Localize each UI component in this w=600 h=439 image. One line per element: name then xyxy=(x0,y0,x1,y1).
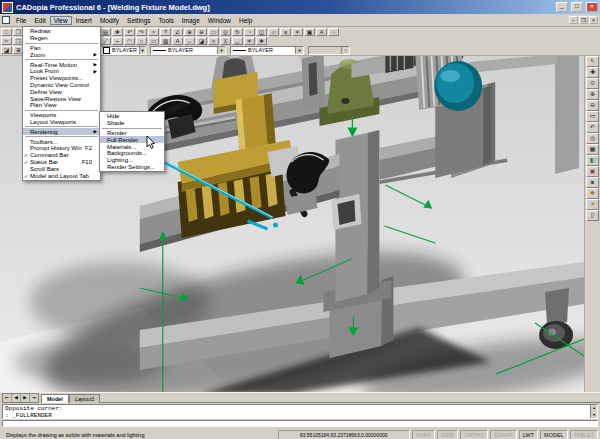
menu-settings[interactable]: Settings xyxy=(123,16,155,25)
match-properties-icon[interactable]: ◪ xyxy=(1,46,12,54)
cut-icon[interactable]: ✂ xyxy=(1,37,12,45)
pan-item[interactable]: Pan xyxy=(23,45,100,52)
polyline-icon[interactable]: ⌐ xyxy=(112,37,123,45)
camera-icon[interactable]: ◫ xyxy=(256,28,267,36)
doc-minimize-button[interactable]: – xyxy=(569,16,578,24)
pan-realtime-icon[interactable]: ✚ xyxy=(586,67,599,78)
offset-icon[interactable]: ≍ xyxy=(208,37,219,45)
mirror-icon[interactable]: ◪ xyxy=(196,37,207,45)
zoom-item[interactable]: Zoom ▶ xyxy=(23,51,100,58)
toolbars-item[interactable]: Toolbars... xyxy=(23,138,100,145)
grid-toggle[interactable]: GRID xyxy=(437,430,459,439)
snap-angle-icon[interactable]: ∠ xyxy=(172,28,183,36)
text-icon[interactable]: A xyxy=(172,37,183,45)
scroll-bars-item[interactable]: Scroll Bars xyxy=(23,165,100,172)
menu-help[interactable]: Help xyxy=(235,16,256,25)
region-icon[interactable]: ▱ xyxy=(268,28,279,36)
new-drawing-icon[interactable]: □ xyxy=(1,28,12,36)
snap-toggle[interactable]: SNAP xyxy=(412,430,435,439)
zoom-window-icon[interactable]: ▭ xyxy=(586,111,599,122)
shade-item[interactable]: Shade xyxy=(100,120,164,127)
full-render-icon[interactable]: ■ xyxy=(586,177,599,188)
menu-file[interactable]: File xyxy=(12,16,30,25)
print-icon[interactable]: ▤ xyxy=(100,28,111,36)
zoom-window-icon[interactable]: ▭ xyxy=(208,28,219,36)
regen-item[interactable]: Regen xyxy=(23,35,100,42)
prev-tab-button[interactable]: ◀ xyxy=(12,394,21,402)
new-sheet-icon[interactable]: ▯ xyxy=(586,210,599,221)
layout-viewports-item[interactable]: Layout Viewports xyxy=(23,119,100,126)
trim-icon[interactable]: ╳ xyxy=(220,37,231,45)
plan-view-item[interactable]: Plan View xyxy=(23,102,100,109)
lighting-icon[interactable]: ☀ xyxy=(586,199,599,210)
fillet-icon[interactable]: ◡ xyxy=(232,37,243,45)
lineweight-combo[interactable]: BYLAYER ▼ xyxy=(230,46,304,55)
zoom-in-icon[interactable]: ⊕ xyxy=(184,28,195,36)
prompt-history-window-item[interactable]: Prompt History Window F2 xyxy=(23,145,100,152)
look-from-item[interactable]: Look From ▶ xyxy=(23,68,100,75)
save-restore-view-item[interactable]: Save/Restore View xyxy=(23,95,100,102)
scroll-down-icon[interactable]: ▼ xyxy=(591,412,597,419)
hide-icon[interactable]: ▦ xyxy=(586,144,599,155)
chevron-down-icon[interactable]: ▼ xyxy=(217,47,225,54)
undo-icon[interactable]: ↶ xyxy=(124,28,135,36)
preset-viewpoints-item[interactable]: Preset Viewpoints... xyxy=(23,75,100,82)
dynamic-view-control-item[interactable]: Dynamic View Control... xyxy=(23,82,100,89)
zoom-in-icon[interactable]: ⊕ xyxy=(586,89,599,100)
line-icon[interactable]: ╱ xyxy=(100,37,111,45)
tab-model[interactable]: Model xyxy=(41,394,69,403)
doc-close-button[interactable]: × xyxy=(589,16,598,24)
backgrounds-item[interactable]: Backgrounds... xyxy=(100,150,164,157)
materials-icon[interactable]: ❖ xyxy=(586,188,599,199)
zoom-out-icon[interactable]: ⊖ xyxy=(196,28,207,36)
status-bar-item[interactable]: ✓ Status Bar F10 xyxy=(23,159,100,166)
rendering-item[interactable]: Rendering ▶ xyxy=(23,128,100,135)
layers-icon[interactable]: ≡ xyxy=(280,28,291,36)
zoom-extents-icon[interactable]: ◎ xyxy=(586,133,599,144)
linetype-combo[interactable]: BYLAYER ▼ xyxy=(150,46,226,55)
rectangle-icon[interactable]: ▭ xyxy=(148,37,159,45)
last-tab-button[interactable]: ⇥ xyxy=(30,394,38,402)
orbit-icon[interactable]: ◔ xyxy=(244,28,255,36)
materials-icon[interactable]: ❖ xyxy=(256,37,267,45)
redraw-item[interactable]: Redraw xyxy=(23,28,100,35)
zoom-extents-icon[interactable]: ◎ xyxy=(220,28,231,36)
dimension-icon[interactable]: ↔ xyxy=(184,37,195,45)
ortho-toggle[interactable]: ORTHO xyxy=(460,430,488,439)
model-toggle[interactable]: MODEL xyxy=(540,430,568,439)
scroll-up-icon[interactable]: ▲ xyxy=(591,405,597,412)
hatch-icon[interactable]: ▨ xyxy=(160,37,171,45)
select-icon[interactable]: ↖ xyxy=(586,56,599,67)
hide-item[interactable]: Hide xyxy=(100,113,164,120)
menu-window[interactable]: Window xyxy=(204,16,235,25)
command-scrollbar[interactable]: ▲ ▼ xyxy=(590,405,597,418)
define-view-item[interactable]: Define View xyxy=(23,88,100,95)
render-icon[interactable]: ▣ xyxy=(304,28,315,36)
command-bar-item[interactable]: ✓ Command Bar xyxy=(23,152,100,159)
minimize-button[interactable]: _ xyxy=(556,2,568,12)
command-input[interactable] xyxy=(2,420,598,427)
next-tab-button[interactable]: ▶ xyxy=(21,394,30,402)
erase-icon[interactable]: × xyxy=(148,28,159,36)
document-icon[interactable] xyxy=(2,16,10,24)
close-button[interactable]: × xyxy=(586,2,598,12)
menu-modify[interactable]: Modify xyxy=(96,16,123,25)
command-history[interactable]: Opposite corner: : _FULLRENDER ▲ ▼ xyxy=(2,404,598,419)
lwt-toggle[interactable]: LWT xyxy=(519,430,538,439)
zoom-previous-icon[interactable]: ↶ xyxy=(586,122,599,133)
maximize-button[interactable]: □ xyxy=(571,2,583,12)
text-style-icon[interactable]: A xyxy=(316,28,327,36)
first-tab-button[interactable]: ⇤ xyxy=(3,394,12,402)
model-and-layout-tabs-item[interactable]: ✓ Model and Layout Tabs xyxy=(23,172,100,179)
chevron-down-icon[interactable]: ▼ xyxy=(139,47,145,54)
color-combo[interactable]: BYLAYER ▼ xyxy=(100,46,146,55)
menu-image[interactable]: Image xyxy=(178,16,204,25)
arc-icon[interactable]: ◠ xyxy=(124,37,135,45)
settings-icon[interactable]: ☼ xyxy=(328,28,339,36)
redo-icon[interactable]: ↷ xyxy=(136,28,147,36)
help-icon[interactable]: ? xyxy=(160,28,171,36)
rotate-view-icon[interactable]: ↻ xyxy=(232,28,243,36)
real-time-motion-item[interactable]: Real-Time Motion ▶ xyxy=(23,61,100,68)
zoom-realtime-icon[interactable]: ⊙ xyxy=(586,78,599,89)
shade-icon[interactable]: ◧ xyxy=(586,155,599,166)
